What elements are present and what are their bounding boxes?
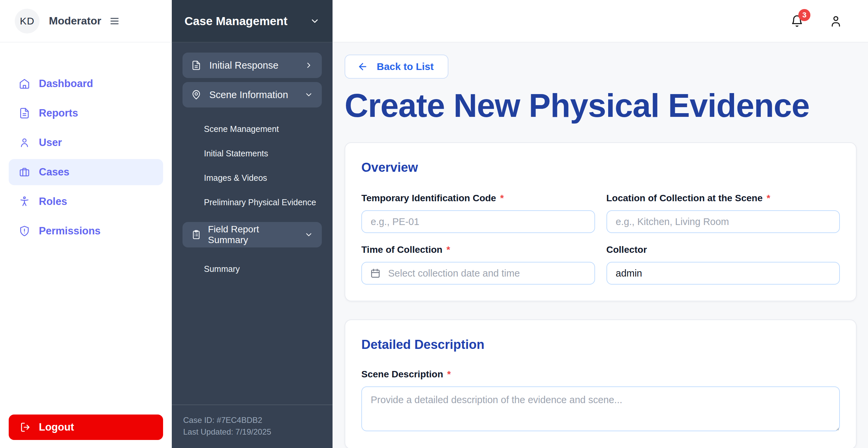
user-icon [19, 137, 30, 148]
logout-label: Logout [39, 421, 74, 433]
chevron-down-icon [304, 90, 313, 99]
sidebar-item-label: Roles [39, 196, 67, 207]
required-asterisk: * [500, 193, 504, 203]
file-text-icon [19, 107, 30, 119]
last-updated-text: Last Updated: 7/19/2025 [183, 426, 321, 438]
logout-container: Logout [0, 415, 172, 448]
sidebar-item-user[interactable]: User [9, 130, 163, 156]
scene-description-label: Scene Description* [361, 369, 840, 380]
user-role-label: Moderator [49, 15, 101, 27]
app-root: KD Moderator Dashboard Reports [0, 0, 868, 448]
user-icon [829, 14, 842, 28]
case-management-dropdown[interactable]: Case Management [172, 0, 333, 42]
scene-information-submenu: Scene Management Initial Statements Imag… [183, 111, 322, 222]
notification-badge: 3 [798, 9, 810, 21]
date-input-wrapper [361, 262, 595, 285]
scene-description-textarea[interactable] [361, 386, 840, 431]
sidebar-item-field-report-summary[interactable]: Field Report Summary [183, 222, 322, 248]
main-area: 3 Back to List Create New Physical Evide… [333, 0, 868, 448]
field-collector: Collector [607, 245, 840, 285]
page-title: Create New Physical Evidence [345, 87, 857, 124]
sidebar-item-scene-information[interactable]: Scene Information [183, 82, 322, 107]
briefcase-icon [19, 166, 30, 178]
overview-fields-grid: Temporary Identification Code* Location … [361, 193, 840, 285]
field-label: Temporary Identification Code* [361, 193, 595, 203]
sidebar-item-scene-management[interactable]: Scene Management [204, 117, 322, 141]
overview-heading: Overview [361, 160, 840, 175]
field-time-of-collection: Time of Collection* [361, 245, 595, 285]
collector-input[interactable] [607, 262, 840, 285]
sidebar-item-label: User [39, 137, 62, 149]
sidebar-item-permissions[interactable]: Permissions [9, 218, 163, 244]
overview-card: Overview Temporary Identification Code* … [345, 142, 857, 302]
primary-sidebar: KD Moderator Dashboard Reports [0, 0, 172, 448]
page-content: Back to List Create New Physical Evidenc… [333, 42, 868, 448]
sidebar-item-label: Initial Response [209, 60, 278, 71]
primary-nav: Dashboard Reports User Cases [0, 42, 172, 415]
back-to-list-label: Back to List [377, 61, 434, 72]
field-location-of-collection: Location of Collection at the Scene* [607, 193, 840, 233]
sidebar-item-label: Cases [39, 166, 69, 178]
map-pin-icon [191, 90, 201, 100]
chevron-down-icon [304, 230, 313, 239]
profile-button[interactable] [829, 14, 842, 28]
sidebar-item-initial-statements[interactable]: Initial Statements [204, 141, 322, 166]
clipboard-list-icon [191, 230, 201, 240]
logout-icon [20, 422, 31, 433]
sidebar-item-images-videos[interactable]: Images & Videos [204, 166, 322, 190]
sidebar-item-label: Permissions [39, 225, 100, 237]
detailed-description-card: Detailed Description Scene Description* [345, 319, 857, 448]
chevron-right-icon [304, 61, 313, 70]
field-report-submenu: Summary [183, 252, 322, 289]
field-label-text: Collector [607, 245, 647, 255]
field-label: Location of Collection at the Scene* [607, 193, 840, 203]
required-asterisk: * [446, 245, 450, 255]
sidebar-item-label: Field Report Summary [208, 224, 295, 246]
field-label-text: Time of Collection [361, 245, 442, 255]
hamburger-menu-icon[interactable] [109, 16, 120, 27]
field-label-text: Location of Collection at the Scene [607, 193, 763, 203]
case-id-text: Case ID: #7EC4BDB2 [183, 415, 321, 426]
time-of-collection-input[interactable] [361, 262, 595, 285]
sidebar-item-label: Reports [39, 107, 78, 119]
sidebar-item-roles[interactable]: Roles [9, 189, 163, 215]
accessibility-icon [19, 196, 30, 207]
field-label: Collector [607, 245, 840, 255]
back-to-list-button[interactable]: Back to List [345, 55, 448, 79]
field-label-text: Temporary Identification Code [361, 193, 496, 203]
chevron-down-icon [310, 16, 320, 26]
case-sidebar-body: Initial Response Scene Information Scene… [172, 42, 333, 405]
arrow-left-icon [357, 61, 368, 72]
required-asterisk: * [767, 193, 770, 203]
sidebar-item-dashboard[interactable]: Dashboard [9, 71, 163, 97]
sidebar-item-cases[interactable]: Cases [9, 159, 163, 185]
notifications-button[interactable]: 3 [790, 14, 804, 28]
case-sidebar-title: Case Management [185, 14, 287, 28]
case-sidebar-footer: Case ID: #7EC4BDB2 Last Updated: 7/19/20… [172, 405, 333, 448]
location-of-collection-input[interactable] [607, 210, 840, 233]
logout-button[interactable]: Logout [9, 415, 163, 440]
detailed-description-heading: Detailed Description [361, 338, 840, 352]
sidebar-item-preliminary-physical-evidence[interactable]: Preliminary Physical Evidence [204, 190, 322, 215]
sidebar-item-reports[interactable]: Reports [9, 100, 163, 126]
sidebar-header: KD Moderator [0, 0, 172, 42]
shield-alert-icon [19, 225, 30, 237]
field-temporary-identification-code: Temporary Identification Code* [361, 193, 595, 233]
sidebar-item-label: Dashboard [39, 78, 93, 90]
sidebar-item-label: Scene Information [209, 89, 288, 100]
field-label: Time of Collection* [361, 245, 595, 255]
required-asterisk: * [447, 369, 451, 379]
file-text-icon [191, 60, 201, 70]
case-sidebar: Case Management Initial Response Scene I… [172, 0, 333, 448]
temporary-identification-code-input[interactable] [361, 210, 595, 233]
sidebar-item-initial-response[interactable]: Initial Response [183, 53, 322, 78]
avatar[interactable]: KD [15, 9, 39, 33]
field-label-text: Scene Description [361, 369, 443, 379]
topbar: 3 [333, 0, 868, 42]
home-icon [19, 78, 30, 89]
sidebar-item-summary[interactable]: Summary [204, 257, 322, 281]
